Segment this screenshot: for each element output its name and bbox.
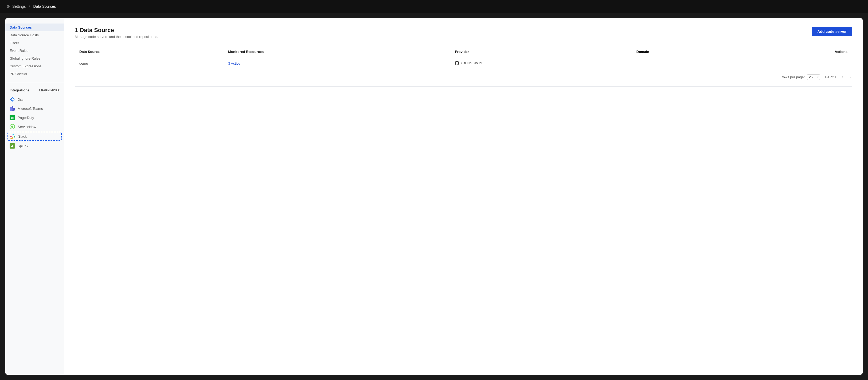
svg-rect-9 bbox=[10, 136, 11, 137]
sidebar-integrations-section: Integrations LEARN MORE bbox=[5, 87, 64, 150]
learn-more-link[interactable]: LEARN MORE bbox=[39, 89, 60, 92]
breadcrumb-separator: / bbox=[29, 4, 30, 8]
sidebar-item-filters[interactable]: Filters bbox=[5, 39, 64, 47]
next-page-button[interactable]: › bbox=[848, 74, 852, 80]
col-header-domain: Domain bbox=[632, 47, 742, 57]
sidebar-item-custom-expressions[interactable]: Custom Expressions bbox=[5, 62, 64, 70]
cell-monitored-resources: 3 Active bbox=[224, 57, 451, 70]
integrations-header: Integrations LEARN MORE bbox=[5, 87, 64, 94]
sidebar-divider bbox=[5, 82, 64, 82]
col-header-provider: Provider bbox=[451, 47, 632, 57]
sidebar-item-pagerduty[interactable]: pd PagerDuty bbox=[5, 113, 64, 122]
cell-data-source: demo bbox=[75, 57, 224, 70]
sidebar-item-data-source-hosts[interactable]: Data Source Hosts bbox=[5, 31, 64, 39]
gear-icon: ⚙ bbox=[6, 4, 10, 9]
sidebar-item-data-sources[interactable]: Data Sources bbox=[5, 24, 64, 31]
table-header-row: Data Source Monitored Resources Provider… bbox=[75, 47, 852, 57]
sidebar-item-servicenow[interactable]: ServiceNow bbox=[5, 122, 64, 131]
svg-point-2 bbox=[12, 106, 13, 108]
cell-domain bbox=[632, 57, 742, 70]
jira-icon bbox=[10, 97, 15, 102]
pagination: Rows per page: 25 50 100 1-1 of 1 ‹ › bbox=[75, 74, 852, 80]
rows-per-page-wrapper: 25 50 100 bbox=[807, 74, 820, 80]
rows-per-page-label: Rows per page: bbox=[780, 75, 805, 79]
monitored-resources-link[interactable]: 3 Active bbox=[228, 61, 240, 65]
svg-rect-15 bbox=[10, 138, 12, 139]
integrations-title: Integrations bbox=[10, 88, 29, 92]
svg-text:pd: pd bbox=[11, 117, 13, 119]
sidebar-item-pr-checks[interactable]: PR Checks bbox=[5, 70, 64, 78]
svg-point-7 bbox=[11, 125, 13, 128]
data-sources-table: Data Source Monitored Resources Provider… bbox=[75, 46, 852, 70]
add-code-server-button[interactable]: Add code server bbox=[812, 27, 852, 36]
microsoft-teams-icon bbox=[10, 106, 15, 111]
col-header-monitored-resources: Monitored Resources bbox=[224, 47, 451, 57]
prev-page-button[interactable]: ‹ bbox=[840, 74, 844, 80]
sidebar-item-jira[interactable]: Jira bbox=[5, 95, 64, 104]
svg-rect-14 bbox=[12, 137, 13, 139]
splunk-icon bbox=[10, 143, 15, 149]
slack-label: Slack bbox=[18, 135, 27, 139]
svg-rect-11 bbox=[12, 134, 14, 135]
jira-label: Jira bbox=[18, 97, 23, 101]
sidebar: Data Sources Data Source Hosts Filters E… bbox=[5, 18, 64, 375]
svg-rect-1 bbox=[10, 108, 12, 111]
content-header: 1 Data Source Manage code servers and th… bbox=[75, 27, 852, 39]
provider-name: GitHub Cloud bbox=[461, 61, 482, 65]
svg-rect-13 bbox=[14, 136, 15, 138]
pagerduty-label: PagerDuty bbox=[18, 116, 34, 120]
table-row: demo 3 Active GitHub Cloud bbox=[75, 57, 852, 70]
servicenow-icon bbox=[10, 124, 15, 129]
rows-per-page-section: Rows per page: 25 50 100 bbox=[780, 74, 820, 80]
settings-link[interactable]: Settings bbox=[12, 4, 26, 8]
sidebar-item-global-ignore-rules[interactable]: Global Ignore Rules bbox=[5, 55, 64, 62]
page-subtitle: Manage code servers and the associated r… bbox=[75, 35, 158, 39]
page-title: 1 Data Source bbox=[75, 27, 158, 34]
sidebar-item-splunk[interactable]: Splunk bbox=[5, 141, 64, 150]
sidebar-nav-section: Data Sources Data Source Hosts Filters E… bbox=[5, 24, 64, 78]
page-info: 1-1 of 1 bbox=[825, 75, 836, 79]
rows-per-page-select[interactable]: 25 50 100 bbox=[807, 74, 820, 80]
servicenow-label: ServiceNow bbox=[18, 125, 36, 129]
cell-provider: GitHub Cloud bbox=[451, 57, 632, 70]
topbar: ⚙ Settings / Data Sources bbox=[0, 0, 868, 13]
sidebar-item-slack[interactable]: Slack bbox=[7, 132, 62, 141]
col-header-data-source: Data Source bbox=[75, 47, 224, 57]
sidebar-item-microsoft-teams[interactable]: Microsoft Teams bbox=[5, 104, 64, 113]
main-content: 1 Data Source Manage code servers and th… bbox=[64, 18, 863, 375]
row-actions-menu[interactable]: ⋮ bbox=[843, 61, 847, 66]
content-separator bbox=[75, 86, 852, 87]
content-title-section: 1 Data Source Manage code servers and th… bbox=[75, 27, 158, 39]
breadcrumb-current: Data Sources bbox=[33, 4, 56, 8]
github-icon bbox=[455, 61, 459, 65]
col-header-actions: Actions bbox=[742, 47, 852, 57]
provider-cell: GitHub Cloud bbox=[455, 61, 482, 65]
splunk-label: Splunk bbox=[18, 144, 28, 148]
cell-actions: ⋮ bbox=[742, 57, 852, 70]
svg-point-3 bbox=[10, 107, 12, 109]
main-container: Data Sources Data Source Hosts Filters E… bbox=[5, 18, 863, 375]
sidebar-item-event-rules[interactable]: Event Rules bbox=[5, 47, 64, 55]
slack-icon bbox=[10, 134, 16, 139]
pagerduty-icon: pd bbox=[10, 115, 15, 120]
teams-label: Microsoft Teams bbox=[18, 107, 43, 111]
